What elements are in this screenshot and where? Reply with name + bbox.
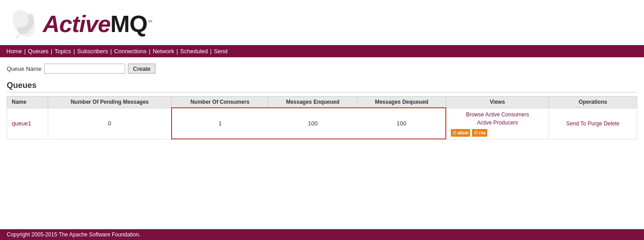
- atom-label: atom: [458, 129, 468, 136]
- browse-active-consumers-link[interactable]: Browse Active Consumers: [451, 111, 544, 119]
- enqueued-cell: 100: [268, 108, 357, 139]
- col-pending: Number Of Pending Messages: [48, 97, 171, 108]
- nav-network[interactable]: Network: [151, 47, 176, 55]
- delete-link[interactable]: Delete: [604, 120, 620, 127]
- feed-badges: ☉ atom ☉ rss: [451, 129, 544, 137]
- queue-name-cell: queue1: [7, 108, 48, 139]
- col-enqueued: Messages Enqueued: [268, 97, 357, 108]
- logo-tm: ™: [147, 18, 152, 25]
- logo-feather-container: [7, 6, 41, 42]
- pending-cell: 0: [48, 108, 171, 139]
- col-name: Name: [7, 97, 48, 108]
- queues-table: Name Number Of Pending Messages Number O…: [7, 96, 637, 139]
- nav-connections[interactable]: Connections: [112, 47, 148, 55]
- nav-sep-7: |: [210, 48, 212, 55]
- operations-cell: Send To Purge Delete: [549, 108, 637, 139]
- header: ActiveMQ™: [0, 0, 644, 45]
- table-header-row: Name Number Of Pending Messages Number O…: [7, 97, 637, 108]
- nav-sep-4: |: [110, 48, 112, 55]
- active-producers-link[interactable]: Active Producers: [451, 119, 544, 127]
- nav-home[interactable]: Home: [5, 47, 24, 55]
- rss-badge: ☉ rss: [472, 129, 487, 137]
- atom-icon: ☉: [453, 129, 457, 136]
- logo: ActiveMQ™: [43, 12, 152, 36]
- nav-topics[interactable]: Topics: [53, 47, 73, 55]
- nav-sep-2: |: [51, 48, 52, 55]
- nav-sep-1: |: [24, 48, 26, 55]
- send-to-link[interactable]: Send To: [567, 120, 586, 127]
- logo-active: Active: [43, 11, 110, 37]
- queue-name-label: Queue Name: [7, 65, 41, 72]
- atom-badge: ☉ atom: [451, 129, 470, 137]
- nav-queues[interactable]: Queues: [26, 47, 50, 55]
- rss-feed-link[interactable]: ☉ rss: [472, 129, 487, 137]
- queues-heading: Queues: [7, 81, 637, 92]
- content: Queue Name Create Queues Name Number Of …: [0, 57, 644, 144]
- nav-subscribers[interactable]: Subscribers: [75, 47, 110, 55]
- col-views: Views: [446, 97, 549, 108]
- feather-icon: [7, 6, 41, 40]
- nav-sep-5: |: [149, 48, 150, 55]
- queue-name-link[interactable]: queue1: [12, 120, 31, 127]
- col-operations: Operations: [549, 97, 637, 108]
- queue-create-form: Queue Name Create: [7, 64, 637, 74]
- nav-sep-6: |: [177, 48, 178, 55]
- col-dequeued: Messages Dequeued: [357, 97, 446, 108]
- table-row: queue1 0 1 100 100 Browse Active Consume…: [7, 108, 637, 139]
- atom-feed-link[interactable]: ☉ atom: [451, 129, 470, 137]
- logo-text: ActiveMQ™: [43, 12, 152, 36]
- nav-scheduled[interactable]: Scheduled: [178, 47, 209, 55]
- queue-name-input[interactable]: [44, 64, 125, 74]
- svg-point-0: [8, 6, 40, 40]
- col-consumers: Number Of Consumers: [172, 97, 268, 108]
- logo-mq: MQ: [110, 11, 147, 37]
- rss-icon: ☉: [474, 129, 478, 136]
- navbar: Home | Queues | Topics | Subscribers | C…: [0, 45, 644, 57]
- create-button[interactable]: Create: [128, 64, 155, 74]
- consumers-cell: 1: [172, 108, 268, 139]
- purge-link[interactable]: Purge: [588, 120, 602, 127]
- rss-label: rss: [479, 129, 485, 136]
- nav-sep-3: |: [73, 48, 75, 55]
- nav-send[interactable]: Send: [212, 47, 229, 55]
- views-cell: Browse Active Consumers Active Producers…: [446, 108, 549, 139]
- dequeued-cell: 100: [357, 108, 446, 139]
